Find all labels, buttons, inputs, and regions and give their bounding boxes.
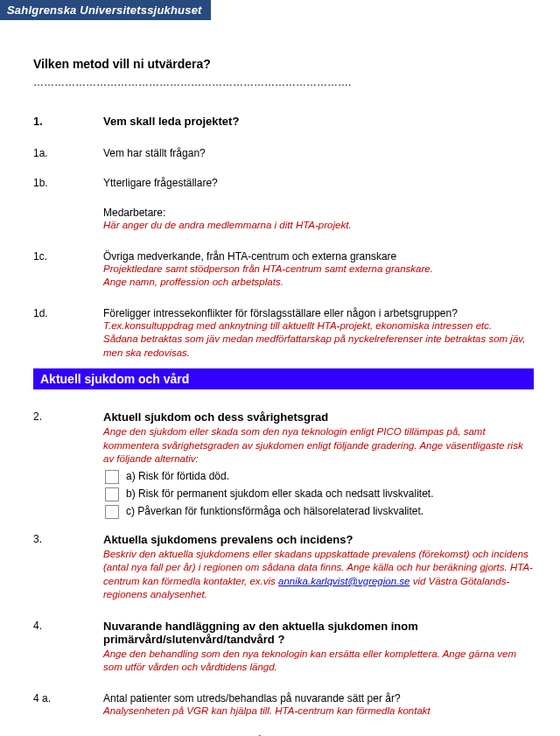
q3-num: 3.: [33, 533, 103, 545]
q1c-num: 1c.: [33, 250, 103, 263]
q1b-text: Ytterligare frågeställare?: [103, 177, 534, 189]
q3-hint: Beskriv den aktuella sjukdomens eller sk…: [103, 548, 534, 602]
q2-opt-b-label: b) Risk för permanent sjukdom eller skad…: [126, 487, 434, 500]
q1a-text: Vem har ställt frågan?: [103, 147, 534, 159]
q1b-num: 1b.: [33, 177, 103, 189]
page-root: Sahlgrenska Universitetssjukhuset Vilken…: [0, 0, 560, 736]
q2-opt-c-checkbox[interactable]: [105, 505, 119, 519]
page-title: Vilken metod vill ni utvärdera?: [33, 57, 534, 71]
q2-opt-b-checkbox[interactable]: [105, 487, 119, 501]
q1d-hint1: T.ex.konsultuppdrag med anknytning till …: [103, 319, 534, 333]
q1-medarbetare-hint: Här anger du de andra medlemmarna i ditt…: [103, 219, 534, 233]
q1d-text: Föreligger intressekonflikter för försla…: [103, 307, 534, 319]
q1-num: 1.: [33, 115, 103, 128]
q2-opt-c-label: c) Påverkan för funktionsförmåga och häl…: [126, 505, 424, 517]
content-area: Vilken metod vill ni utvärdera? ………………………: [0, 57, 560, 736]
q2-heading: Aktuell sjukdom och dess svårighetsgrad: [103, 410, 534, 424]
q4-num: 4.: [33, 620, 103, 632]
section-bar: Aktuell sjukdom och vård: [33, 368, 534, 389]
q1d-hint2: Sådana betraktas som jäv medan medförfat…: [103, 333, 534, 360]
q4a-heading: Antal patienter som utreds/behandlas på …: [103, 692, 534, 704]
q4a-num: 4 a.: [33, 692, 103, 704]
q3-email-link[interactable]: annika.karlqvist@vgregion.se: [278, 576, 410, 586]
q4a-hint: Analysenheten på VGR kan hjälpa till. HT…: [103, 704, 534, 718]
q1c-hint2: Ange namn, proffession och arbetsplats.: [103, 276, 534, 290]
q2-num: 2.: [33, 410, 103, 423]
q1c-text: Övriga medverkande, från HTA-centrum och…: [103, 250, 534, 263]
org-banner: Sahlgrenska Universitetssjukhuset: [0, 0, 211, 20]
q2-opt-a-checkbox[interactable]: [105, 470, 119, 484]
q4-hint: Ange den behandling som den nya teknolog…: [103, 648, 534, 675]
dotted-line: ……………………………………………………………………………….: [33, 76, 534, 88]
q2-opt-a-label: a) Risk för förtida död.: [126, 470, 229, 482]
q3-heading: Aktuella sjukdomens prevalens och incide…: [103, 533, 534, 546]
q1-heading: Vem skall leda projektet?: [103, 115, 534, 128]
q1-medarbetare-label: Medarbetare:: [103, 207, 534, 219]
q4-heading: Nuvarande handläggning av den aktuella s…: [103, 620, 534, 646]
q1d-num: 1d.: [33, 307, 103, 319]
q1c-hint1: Projektledare samt stödperson från HTA-c…: [103, 263, 534, 277]
q2-hint: Ange den sjukdom eller skada som den nya…: [103, 425, 534, 466]
q1a-num: 1a.: [33, 147, 103, 159]
